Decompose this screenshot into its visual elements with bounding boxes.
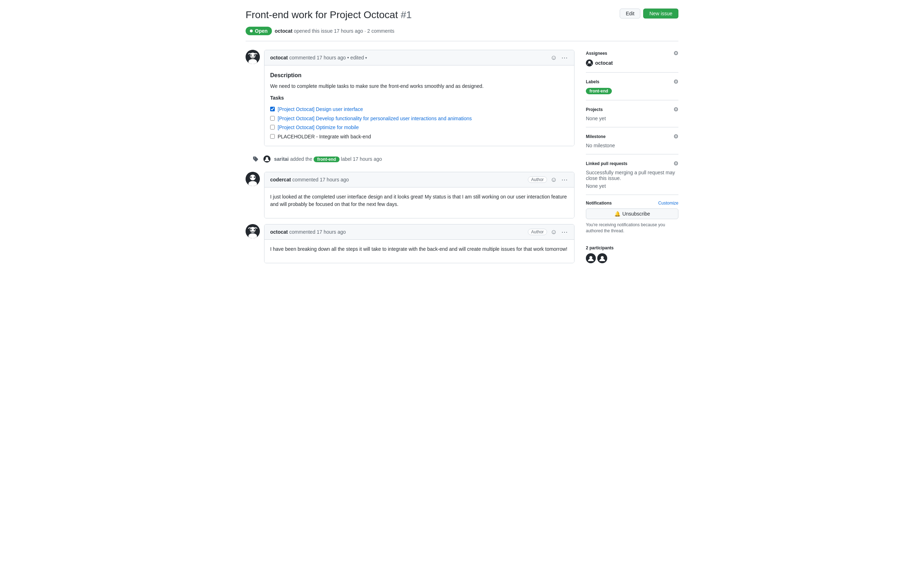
- task-checkbox-2[interactable]: [270, 116, 275, 121]
- issue-title-text: Front-end work for Project Octocat: [246, 9, 398, 20]
- issue-status-bar: Open octocat opened this issue 17 hours …: [246, 27, 678, 35]
- labels-title: Labels: [586, 79, 599, 84]
- comment-box-1: octocat commented 17 hours ago • edited …: [264, 50, 575, 146]
- issue-number: #1: [401, 9, 412, 20]
- comment-header-right-3: Author ☺ ⋯: [528, 227, 569, 236]
- activity-avatar: [263, 155, 271, 163]
- status-dot: [250, 30, 253, 33]
- participants-title: 2 participants: [586, 246, 678, 250]
- assignees-title: Assignees: [586, 51, 607, 56]
- more-options-button-2[interactable]: ⋯: [561, 175, 569, 184]
- comment-box-3: octocat commented 17 hours ago Author ☺ …: [264, 224, 575, 263]
- comment-header-left-2: codercat commented 17 hours ago: [270, 177, 349, 182]
- unsubscribe-button[interactable]: 🔔 Unsubscribe: [586, 208, 678, 219]
- task-list: [Project Octocat] Design user interface …: [270, 106, 569, 140]
- task-link-1[interactable]: [Project Octocat] Design user interface: [277, 106, 363, 113]
- comment-author-3: octocat: [270, 229, 288, 235]
- task-link-3[interactable]: [Project Octocat] Optimize for mobile: [277, 124, 359, 131]
- activity-label-tag: front-end: [313, 157, 340, 162]
- comment-header-3: octocat commented 17 hours ago Author ☺ …: [265, 224, 574, 240]
- comment-header-1: octocat commented 17 hours ago • edited …: [265, 50, 574, 65]
- participant-avatar-2: [597, 253, 607, 263]
- avatar-octocat-1: [246, 50, 260, 64]
- labels-gear-button[interactable]: ⚙: [673, 78, 678, 85]
- task-item: [Project Octocat] Optimize for mobile: [270, 124, 569, 131]
- svg-point-3: [250, 54, 252, 56]
- status-meta: octocat opened this issue 17 hours ago ·…: [275, 28, 394, 34]
- assignee-avatar: [586, 59, 593, 67]
- participants-avatars: [586, 253, 678, 263]
- milestone-value: No milestone: [586, 143, 615, 148]
- comment-time-1: commented 17 hours ago •: [289, 55, 349, 61]
- task-checkbox-3[interactable]: [270, 125, 275, 129]
- comment-header-right-1: ☺ ⋯: [550, 53, 569, 62]
- activity-action-suffix: label 17 hours ago: [341, 156, 382, 162]
- header-actions: Edit New issue: [620, 9, 678, 19]
- comment-thread: octocat commented 17 hours ago • edited …: [246, 50, 575, 269]
- emoji-reaction-button-3[interactable]: ☺: [550, 228, 558, 236]
- customize-link[interactable]: Customize: [658, 201, 678, 205]
- svg-point-14: [250, 229, 252, 230]
- task-link-2[interactable]: [Project Octocat] Develop functionality …: [277, 115, 472, 122]
- sidebar-assignees-section: Assignees ⚙ octocat: [586, 50, 678, 73]
- description-title: Description: [270, 71, 569, 80]
- task-item: [Project Octocat] Develop functionality …: [270, 115, 569, 122]
- unsubscribe-label: Unsubscribe: [623, 211, 650, 217]
- comment-wrapper-2: codercat commented 17 hours ago Author ☺…: [246, 172, 575, 218]
- comment-header-left-3: octocat commented 17 hours ago: [270, 229, 346, 235]
- task-checkbox-1[interactable]: [270, 107, 275, 111]
- participant-avatar-1: [586, 253, 596, 263]
- projects-value: None yet: [586, 116, 606, 121]
- comment-wrapper-3: octocat commented 17 hours ago Author ☺ …: [246, 224, 575, 263]
- edit-button[interactable]: Edit: [620, 9, 640, 19]
- comment-header-2: codercat commented 17 hours ago Author ☺…: [265, 172, 574, 188]
- activity-text: saritai added the front-end label 17 hou…: [274, 156, 382, 162]
- sidebar-labels-header: Labels ⚙: [586, 78, 678, 85]
- svg-point-15: [254, 229, 255, 230]
- task-checkbox-4[interactable]: [270, 134, 275, 139]
- more-options-button-3[interactable]: ⋯: [561, 227, 569, 236]
- status-badge-text: Open: [255, 28, 268, 34]
- assignees-gear-button[interactable]: ⚙: [673, 50, 678, 57]
- author-badge-2: Author: [528, 176, 547, 183]
- sidebar-participants-section: 2 participants: [586, 240, 678, 263]
- notifications-title: Notifications: [586, 201, 612, 205]
- sidebar-labels-section: Labels ⚙ front-end: [586, 73, 678, 100]
- sidebar-notifications-section: Notifications Customize 🔔 Unsubscribe Yo…: [586, 195, 678, 234]
- sidebar-milestone-header: Milestone ⚙: [586, 133, 678, 140]
- svg-point-9: [250, 176, 252, 178]
- assignee-name: octocat: [595, 60, 613, 66]
- sidebar-projects-section: Projects ⚙ None yet: [586, 100, 678, 127]
- comment-body-3: I have been breaking down all the steps …: [265, 240, 574, 263]
- projects-title: Projects: [586, 107, 603, 112]
- svg-point-10: [254, 176, 255, 178]
- notifications-note: You're receiving notifications because y…: [586, 222, 678, 234]
- emoji-reaction-button-2[interactable]: ☺: [550, 176, 558, 184]
- sidebar-milestone-section: Milestone ⚙ No milestone: [586, 127, 678, 154]
- svg-point-18: [601, 256, 604, 259]
- comment-body-2: I just looked at the completed user inte…: [265, 188, 574, 218]
- comment-time-2: commented 17 hours ago: [292, 177, 349, 182]
- task-text-4: PLACEHOLDER - Integrate with back-end: [277, 134, 371, 140]
- emoji-reaction-button-1[interactable]: ☺: [550, 53, 558, 62]
- content-area: octocat commented 17 hours ago • edited …: [246, 50, 575, 269]
- linked-prs-gear-button[interactable]: ⚙: [673, 160, 678, 167]
- task-item: [Project Octocat] Design user interface: [270, 106, 569, 113]
- sidebar-linked-prs-header: Linked pull requests ⚙: [586, 160, 678, 167]
- milestone-gear-button[interactable]: ⚙: [673, 133, 678, 140]
- notifications-header: Notifications Customize: [586, 201, 678, 205]
- label-tag: front-end: [586, 88, 612, 94]
- label-icon: [251, 155, 260, 163]
- author-badge-3: Author: [528, 229, 547, 235]
- issue-title: Front-end work for Project Octocat #1: [246, 9, 614, 21]
- svg-point-4: [254, 54, 255, 56]
- projects-gear-button[interactable]: ⚙: [673, 106, 678, 113]
- sidebar-assignees-header: Assignees ⚙: [586, 50, 678, 57]
- comment-time-3: commented 17 hours ago: [289, 229, 346, 235]
- comment-header-left-1: octocat commented 17 hours ago • edited …: [270, 55, 367, 61]
- new-issue-button[interactable]: New issue: [643, 9, 678, 19]
- more-options-button-1[interactable]: ⋯: [561, 53, 569, 62]
- activity-action-prefix: added the: [290, 156, 313, 162]
- comment-body-1: Description We need to complete multiple…: [265, 65, 574, 146]
- edited-dropdown[interactable]: edited ▾: [350, 55, 367, 61]
